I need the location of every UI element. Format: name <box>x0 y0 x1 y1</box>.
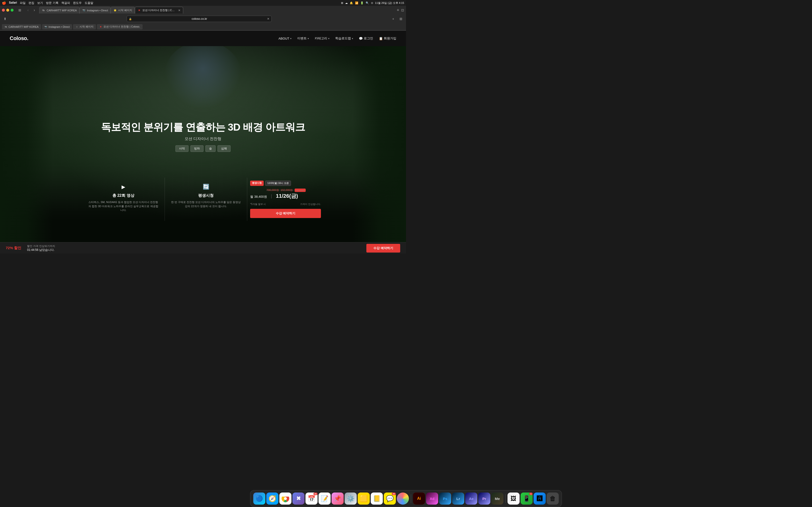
nav-roadmap-label: 학습로드맵 <box>335 36 351 41</box>
price-date: 11/26(금) <box>276 192 298 200</box>
menu-window[interactable]: 윈도우 <box>73 1 82 5</box>
bookmark-carhartt[interactable]: 🛍 CARHARTT WIP KOREA <box>2 24 41 30</box>
nav-buttons: ‹ › <box>25 7 37 13</box>
tab-favicon-carhartt: 🛍 <box>42 9 45 12</box>
address-bar[interactable]: 🔒 coloso.co.kr ✕ <box>126 16 272 22</box>
hero-tags: 사막 빙하 숲 심해 <box>0 145 406 152</box>
enroll-button[interactable]: 수강 예약하기 <box>250 209 321 218</box>
sticky-enroll-button[interactable]: 수강 예약하기 <box>366 244 400 252</box>
nav-events[interactable]: 이벤트 ▾ <box>297 36 309 41</box>
tab-instagram[interactable]: 📷 Instagram • Direct <box>80 7 111 13</box>
apple-menu[interactable]: 🍎 <box>2 1 6 5</box>
monthly-price: 월 38,400원 <box>250 193 267 199</box>
nav-signup-label: 회원가입 <box>384 36 396 41</box>
menubar-search-icon[interactable]: 🔍 <box>366 1 369 5</box>
signup-icon: 📋 <box>379 37 383 40</box>
installment-note: *5개월 할부 시 <box>250 203 266 206</box>
pricing-notes: *5개월 할부 시 가격이 인상됩니다. <box>250 203 321 206</box>
bookmark-favicon-carhartt: 🛍 <box>4 25 7 28</box>
hero-tag-forest[interactable]: 숲 <box>205 145 215 152</box>
tab-label-carhartt: CARHARTT WIP KOREA <box>47 9 77 12</box>
pricing-main: 월 38,400원 | 11/26(금) <box>250 192 321 200</box>
currency-label: 원 <box>264 195 267 199</box>
menu-history[interactable]: 방문 기록 <box>46 1 58 5</box>
hero-title: 독보적인 분위기를 연출하는 3D 배경 아트워크 <box>0 121 406 133</box>
sale-price-text: 192,000원 <box>281 188 293 191</box>
price-increase-note: 가격이 인상됩니다. <box>300 203 321 206</box>
tabs-container: 🛍 CARHARTT WIP KOREA 📷 Instagram • Direc… <box>39 7 395 13</box>
tab-start[interactable]: ⭐ 시작 페이지 <box>111 7 135 13</box>
tab-favicon-instagram: 📷 <box>82 9 86 12</box>
tab-favicon-start: ⭐ <box>113 9 117 12</box>
nav-categories[interactable]: 카테고리 ▾ <box>315 36 329 41</box>
bookmark-favicon-start: ☆ <box>75 25 78 28</box>
nav-login-button[interactable]: 💬 로그인 <box>359 36 373 41</box>
nav-about[interactable]: ABOUT ▾ <box>278 37 292 40</box>
add-tab-button[interactable]: + <box>390 16 396 22</box>
coloso-logo[interactable]: Coloso. <box>10 35 28 42</box>
hero-tag-glacier[interactable]: 빙하 <box>191 145 203 152</box>
sticky-bar: 72% 할인 할인 가격 인상되기까지 01:44:56 남았습니다. 수강 예… <box>0 242 406 253</box>
menu-view[interactable]: 보기 <box>37 1 43 5</box>
forward-button[interactable]: › <box>32 7 37 13</box>
nav-roadmap[interactable]: 학습로드맵 ▾ <box>335 36 353 41</box>
share-button[interactable]: ⬆ <box>2 16 8 22</box>
discount-badge: 72%할인 <box>295 188 306 192</box>
menubar-cloud-icon: ☁ <box>345 1 348 5</box>
menu-safari[interactable]: Safari <box>9 1 17 5</box>
menubar: 🍎 Safari 파일 편집 보기 방문 기록 책갈피 윈도우 도움말 ⊞ ☁ … <box>0 0 406 6</box>
close-window-button[interactable] <box>2 9 5 12</box>
bookmarks-bar: 🛍 CARHARTT WIP KOREA 📷 Instagram • Direc… <box>0 23 406 31</box>
tab-close-button[interactable]: ✕ <box>178 9 181 12</box>
address-clear-button[interactable]: ✕ <box>267 17 269 20</box>
menu-bookmarks[interactable]: 책갈피 <box>61 1 70 5</box>
bookmark-start[interactable]: ☆ 시작 페이지 <box>73 24 96 30</box>
tabs-layout-button[interactable]: ⊡ <box>401 8 404 12</box>
url-text: coloso.co.kr <box>133 17 266 20</box>
back-button[interactable]: ‹ <box>25 7 31 13</box>
info-card-title-videos: 총 22회 영상 <box>88 193 159 198</box>
bookmark-coloso[interactable]: ✖ 모션 디자이너 전찬형 | Coloso. <box>97 24 142 30</box>
chevron-down-icon-cat: ▾ <box>328 37 329 40</box>
fullscreen-window-button[interactable] <box>11 9 13 12</box>
hero-tag-desert[interactable]: 사막 <box>175 145 189 152</box>
tab-group-button[interactable]: ⊞ <box>16 8 23 12</box>
tab-label-instagram: Instagram • Direct <box>87 9 108 12</box>
website-content: Coloso. ABOUT ▾ 이벤트 ▾ 카테고리 ▾ 학습로드맵 ▾ 💬 로… <box>0 31 406 242</box>
login-icon: 💬 <box>359 37 363 40</box>
nav-categories-label: 카테고리 <box>315 36 327 41</box>
menubar-notification-icon: 🔔 <box>350 1 353 5</box>
hero-subtitle: 모션 디자이너 전찬형 <box>0 136 406 142</box>
bookmark-instagram[interactable]: 📷 Instagram • Direct <box>42 24 72 30</box>
menubar-battery-icon: 🔋 <box>360 1 364 5</box>
info-card-videos: ▶ 총 22회 영상 스타벅스, SM, NUDAKE 등과 협업한 모션 디자… <box>82 178 165 221</box>
new-tab-button[interactable]: + <box>397 8 399 13</box>
menubar-datetime: 11월 26일 (금) 오후 4:15 <box>375 1 404 5</box>
tab-favicon-coloso: ✖ <box>138 9 141 12</box>
address-bar-row: ⬆ 🔒 coloso.co.kr ✕ + ⊞ <box>0 14 406 23</box>
badge-date: 12/20(월) 18시 오픈 <box>265 181 291 186</box>
nav-events-label: 이벤트 <box>297 36 307 41</box>
sticky-timer-value: 01:44:56 남았습니다. <box>27 248 366 252</box>
nav-signup-button[interactable]: 📋 회원가입 <box>379 36 396 41</box>
minimize-window-button[interactable] <box>6 9 9 12</box>
menu-file[interactable]: 파일 <box>20 1 26 5</box>
bookmark-favicon-coloso: ✖ <box>99 25 102 28</box>
coloso-navigation: Coloso. ABOUT ▾ 이벤트 ▾ 카테고리 ▾ 학습로드맵 ▾ 💬 로… <box>0 31 406 46</box>
menu-edit[interactable]: 편집 <box>29 1 34 5</box>
menu-items: Safari 파일 편집 보기 방문 기록 책갈피 윈도우 도움말 <box>9 1 93 5</box>
info-card-title-lifetime: 평생시청 <box>170 193 242 198</box>
hero-figure <box>164 41 242 109</box>
menubar-control-center[interactable]: ⊙ <box>371 1 373 5</box>
tab-carhartt[interactable]: 🛍 CARHARTT WIP KOREA <box>39 7 80 13</box>
hero-tag-deep-sea[interactable]: 심해 <box>217 145 231 152</box>
chevron-down-icon-events: ▾ <box>308 37 309 40</box>
info-card-desc-videos: 스타벅스, SM, NUDAKE 등과 협업한 모션 디자이너 전찬형의 합한 … <box>88 200 159 212</box>
tab-coloso[interactable]: ✖ 모션 디자이너 전찬형 | Coloso. ✕ <box>135 7 183 13</box>
lock-icon: 🔒 <box>129 18 132 20</box>
pricing-badges: 평생시청 12/20(월) 18시 오픈 <box>250 181 321 186</box>
tab-overview-button[interactable]: ⊞ <box>398 16 404 22</box>
menu-help[interactable]: 도움말 <box>85 1 93 5</box>
menubar-wifi-icon: 📶 <box>355 1 358 5</box>
bookmark-label-coloso: 모션 디자이너 전찬형 | Coloso. <box>103 25 140 29</box>
